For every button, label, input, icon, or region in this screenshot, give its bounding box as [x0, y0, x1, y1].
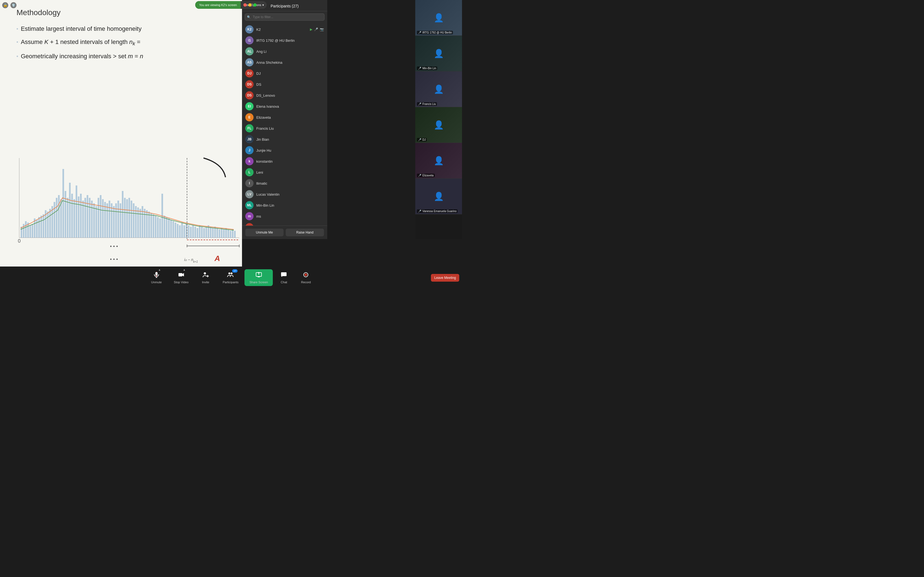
person-silhouette: 👤	[434, 13, 444, 23]
minimize-button[interactable]	[248, 3, 252, 6]
participant-item[interactable]: DS DS_Lenovo	[242, 90, 327, 101]
svg-rect-60	[139, 209, 141, 238]
svg-rect-67	[155, 216, 157, 238]
window-controls[interactable]	[243, 3, 257, 6]
svg-rect-92	[210, 227, 212, 238]
svg-rect-57	[133, 203, 134, 238]
participant-item[interactable]: I llimatic	[242, 178, 327, 189]
mic-icon: ▲	[153, 271, 160, 280]
svg-rect-88	[201, 227, 203, 238]
share-screen-button[interactable]: Share Screen	[244, 269, 273, 286]
participant-item[interactable]: L Leni	[242, 167, 327, 178]
participant-item[interactable]: LV Lucas Valentin	[242, 189, 327, 200]
svg-text:0: 0	[18, 238, 21, 244]
stop-video-button[interactable]: ▲ Stop Video	[168, 269, 195, 286]
svg-point-119	[231, 272, 233, 274]
avatar: AL	[245, 47, 254, 55]
svg-rect-10	[29, 225, 31, 238]
video-thumb-4: 👤 🎤 DJ	[415, 107, 462, 143]
participant-item[interactable]: DS DS	[242, 79, 327, 90]
svg-rect-14	[38, 217, 40, 238]
participant-item[interactable]: K2 K2 ▶ 🎤 📷	[242, 24, 327, 35]
video-label-3: 🎤 Francis Liu	[417, 102, 437, 106]
svg-rect-76	[174, 222, 176, 238]
participant-item[interactable]: ML Min-Bin Lin	[242, 200, 327, 211]
participant-item[interactable]: FL Francis Liu	[242, 123, 327, 134]
participant-item[interactable]: i1 IRTG 1792 @ HU Berlin	[242, 35, 327, 46]
record-label: Record	[301, 280, 311, 284]
person-figure-5: 👤	[415, 143, 462, 178]
record-icon	[302, 271, 309, 280]
participant-item[interactable]: k konstantin	[242, 156, 327, 167]
svg-rect-34	[82, 201, 84, 238]
search-icon: 🔍	[247, 15, 251, 19]
svg-rect-101	[229, 231, 231, 238]
video-label-4: 🎤 DJ	[417, 138, 427, 142]
svg-rect-55	[128, 198, 130, 238]
svg-rect-102	[232, 229, 233, 238]
svg-rect-59	[137, 208, 139, 238]
chart-svg: 0 • • • • • • i₀ − nk+1	[16, 151, 242, 275]
chat-button[interactable]: Chat	[273, 269, 295, 286]
zoom-button[interactable]	[253, 3, 257, 6]
svg-rect-46	[108, 201, 110, 238]
chevron-up-icon: ▲	[183, 268, 186, 271]
chat-icon	[281, 271, 287, 280]
participant-name: Ang Li	[256, 50, 324, 53]
avatar: JB	[245, 135, 254, 143]
participant-item[interactable]: RR Rui REN	[242, 222, 327, 226]
svg-rect-27	[67, 198, 68, 238]
mic-indicator: 🎤	[418, 103, 421, 105]
svg-rect-22	[56, 198, 58, 238]
video-thumb-6: 👤 🎤 Vanessa Emanuela Guarino	[415, 179, 462, 214]
close-button[interactable]	[243, 3, 247, 6]
svg-rect-33	[80, 194, 82, 238]
svg-rect-26	[65, 191, 66, 238]
participant-name: llimatic	[256, 181, 324, 185]
participant-item[interactable]: AS Anna Shchekina	[242, 57, 327, 68]
raise-hand-button[interactable]: Raise Hand	[286, 229, 324, 236]
participant-item[interactable]: AL Ang Li	[242, 46, 327, 57]
svg-rect-21	[53, 202, 55, 238]
video-icon: 📷	[320, 27, 324, 31]
unmute-me-button[interactable]: Unmute Me	[245, 229, 284, 236]
svg-rect-28	[69, 183, 71, 238]
svg-rect-30	[73, 199, 75, 238]
avatar: J	[245, 146, 254, 155]
svg-rect-7	[23, 224, 24, 238]
bullet-1: ▫ Estimate largest interval of time homo…	[16, 25, 226, 32]
avatar: EI	[245, 102, 254, 110]
participant-item[interactable]: JB Jin Bian	[242, 134, 327, 145]
mic-indicator: 🎤	[418, 210, 421, 213]
svg-rect-8	[25, 221, 27, 238]
participant-item[interactable]: EI Elena Ivanova	[242, 101, 327, 112]
participant-item[interactable]: m ms	[242, 211, 327, 222]
svg-rect-73	[168, 218, 170, 238]
svg-point-118	[229, 272, 231, 274]
svg-rect-19	[49, 209, 51, 238]
participant-item[interactable]: J Junjie Hu	[242, 145, 327, 156]
svg-rect-80	[183, 225, 185, 238]
svg-rect-77	[177, 224, 178, 238]
svg-rect-15	[40, 216, 42, 238]
search-input[interactable]	[245, 13, 325, 21]
invite-button[interactable]: Invite	[195, 269, 217, 286]
record-button[interactable]: Record	[295, 269, 317, 286]
participant-name: DS_Lenovo	[256, 93, 324, 98]
participant-icons: ▶ 🎤 📷	[310, 27, 324, 31]
unmute-button[interactable]: ▲ Unmute	[145, 269, 168, 286]
avatar: AS	[245, 58, 254, 66]
chat-label: Chat	[281, 280, 287, 284]
svg-rect-69	[159, 218, 161, 238]
participants-button[interactable]: 27 Participants	[217, 269, 244, 286]
participants-panel: Participants (27) 🔍 K2 K2 ▶ 🎤 📷 i1 IRTG …	[242, 0, 327, 239]
svg-rect-66	[153, 214, 154, 238]
leave-meeting-button[interactable]: Leave Meeting	[431, 274, 459, 282]
mic-indicator: 🎤	[418, 174, 421, 177]
svg-rect-41	[98, 198, 99, 238]
participant-item[interactable]: DJ DJ	[242, 68, 327, 79]
participant-item[interactable]: E Elizaveta	[242, 112, 327, 123]
share-screen-label: Share Screen	[249, 280, 268, 284]
svg-rect-53	[124, 198, 126, 238]
svg-rect-50	[118, 201, 119, 238]
